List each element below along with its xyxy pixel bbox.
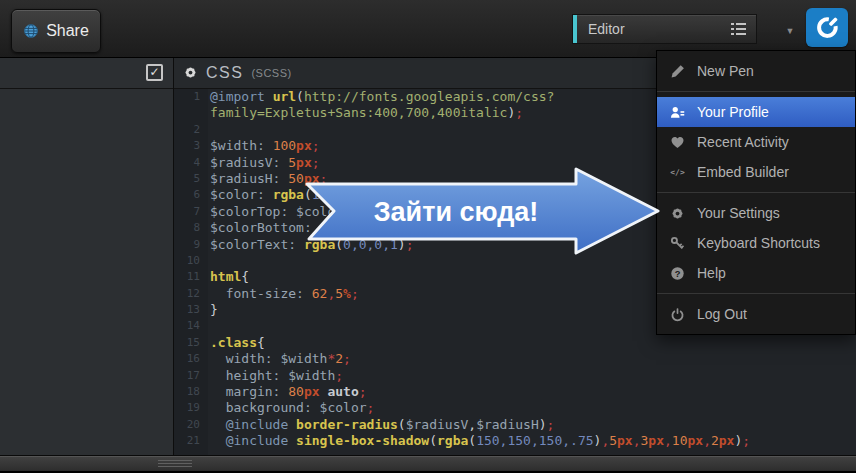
line-number: 3 (174, 138, 208, 154)
code-line: 15.class{ (174, 335, 856, 351)
code-line: 17 height: $width; (174, 368, 856, 384)
code-line-text: height: $width; (208, 368, 343, 384)
editor-view-button[interactable]: Editor (572, 14, 757, 44)
menu-item-your-profile[interactable]: Your Profile (657, 97, 855, 127)
svg-text:</>: </> (670, 168, 685, 177)
code-line-text: $radiusH: 50px; (208, 171, 327, 187)
menu-item-recent-activity[interactable]: Recent Activity (657, 127, 855, 157)
line-number: 13 (174, 302, 208, 318)
editor-accent-bar (573, 15, 577, 43)
line-number: 7 (174, 204, 208, 220)
menu-item-log-out[interactable]: Log Out (657, 299, 855, 329)
code-line: 20 @include border-radius($radiusV,$radi… (174, 417, 856, 433)
editor-label: Editor (588, 21, 625, 37)
line-number: 1 (174, 89, 208, 105)
menu-item-label: Log Out (697, 306, 747, 322)
code-line: 18 margin: 80px auto; (174, 384, 856, 400)
html-panel-header: ✓ (0, 57, 173, 89)
compiled-checkbox[interactable]: ✓ (146, 64, 163, 81)
view-list-icon (731, 23, 746, 35)
help-icon: ? (670, 266, 685, 281)
menu-item-your-settings[interactable]: Your Settings (657, 198, 855, 228)
code-line: 19 background: $color; (174, 400, 856, 416)
code-line-text: $colorBottom: $color; (208, 220, 374, 236)
code-line-text: background: $color; (208, 400, 374, 416)
code-line-text: $colorTop: $color; (208, 204, 351, 220)
menu-divider (657, 91, 855, 92)
code-line-text: $colorText: rgba(0,0,0,1); (208, 237, 414, 253)
panel-mode-label: (SCSS) (251, 67, 291, 79)
code-line-text: } (208, 302, 218, 318)
code-line-text: .class{ (208, 335, 265, 351)
line-number (174, 105, 208, 121)
code-line-text (208, 122, 210, 138)
menu-item-label: New Pen (697, 63, 754, 79)
menu-divider (657, 192, 855, 193)
code-line-text: html{ (208, 269, 249, 285)
menu-divider (657, 293, 855, 294)
chevron-down-icon[interactable]: ▼ (779, 22, 801, 40)
menu-item-label: Help (697, 265, 726, 281)
code-line-text: $width: 100px; (208, 138, 320, 154)
code-line-text: font-size: 62,5%; (208, 286, 359, 302)
line-number: 8 (174, 220, 208, 236)
code-line-text: family=Expletus+Sans:400,700,400italic); (208, 105, 523, 121)
gear-icon (670, 206, 685, 221)
power-icon (670, 307, 685, 322)
key-icon (670, 236, 685, 251)
code-line-text: @include single-box-shadow(rgba(150,150,… (208, 433, 750, 449)
line-number: 21 (174, 433, 208, 449)
grip-icon (158, 460, 192, 469)
menu-item-new-pen[interactable]: New Pen (657, 56, 855, 86)
line-number: 14 (174, 318, 208, 334)
menu-item-label: Recent Activity (697, 134, 789, 150)
menu-item-keyboard-shortcuts[interactable]: Keyboard Shortcuts (657, 228, 855, 258)
line-number: 11 (174, 269, 208, 285)
code-line-text: @include border-radius($radiusV,$radiusH… (208, 417, 554, 433)
line-number: 12 (174, 286, 208, 302)
line-number: 20 (174, 417, 208, 433)
code-line: 16 width: $width*2; (174, 351, 856, 367)
code-line-text: $radiusV: 5px; (208, 155, 320, 171)
line-number: 5 (174, 171, 208, 187)
line-number: 15 (174, 335, 208, 351)
user-icon (670, 105, 685, 120)
line-number: 9 (174, 237, 208, 253)
code-line-text: width: $width*2; (208, 351, 351, 367)
panel-title: CSS (206, 64, 243, 82)
pencil-icon (670, 64, 685, 79)
line-number: 19 (174, 400, 208, 416)
heart-icon (670, 135, 685, 150)
code-line-text: $color: rgba(100,100,100,1); (208, 187, 429, 203)
code-line-text: @import url(http://fonts.googleapis.com/… (208, 89, 554, 105)
gear-icon[interactable] (183, 65, 198, 80)
resize-handle[interactable] (0, 455, 856, 471)
menu-item-label: Your Settings (697, 205, 780, 221)
menu-item-embed-builder[interactable]: </> Embed Builder (657, 157, 855, 187)
code-line-text (208, 318, 210, 334)
globe-icon (23, 23, 39, 39)
line-number: 6 (174, 187, 208, 203)
code-line-text: margin: 80px auto; (208, 384, 367, 400)
share-button[interactable]: Share (11, 9, 101, 53)
menu-item-label: Embed Builder (697, 164, 789, 180)
code-icon: </> (670, 165, 685, 180)
code-line: 21 @include single-box-shadow(rgba(150,1… (174, 433, 856, 449)
menu-item-label: Keyboard Shortcuts (697, 235, 820, 251)
menu-item-label: Your Profile (697, 104, 769, 120)
codepen-logo[interactable] (806, 8, 848, 47)
line-number: 18 (174, 384, 208, 400)
user-menu: New Pen Your Profile Recent Activity </>… (656, 50, 856, 335)
code-line-text (208, 253, 210, 269)
line-number: 17 (174, 368, 208, 384)
power-logo-icon (814, 14, 841, 41)
line-number: 4 (174, 155, 208, 171)
menu-item-help[interactable]: ? Help (657, 258, 855, 288)
html-panel: ✓ (0, 57, 174, 455)
share-label: Share (46, 22, 89, 40)
line-number: 2 (174, 122, 208, 138)
svg-text:?: ? (675, 268, 681, 278)
line-number: 10 (174, 253, 208, 269)
line-number: 16 (174, 351, 208, 367)
